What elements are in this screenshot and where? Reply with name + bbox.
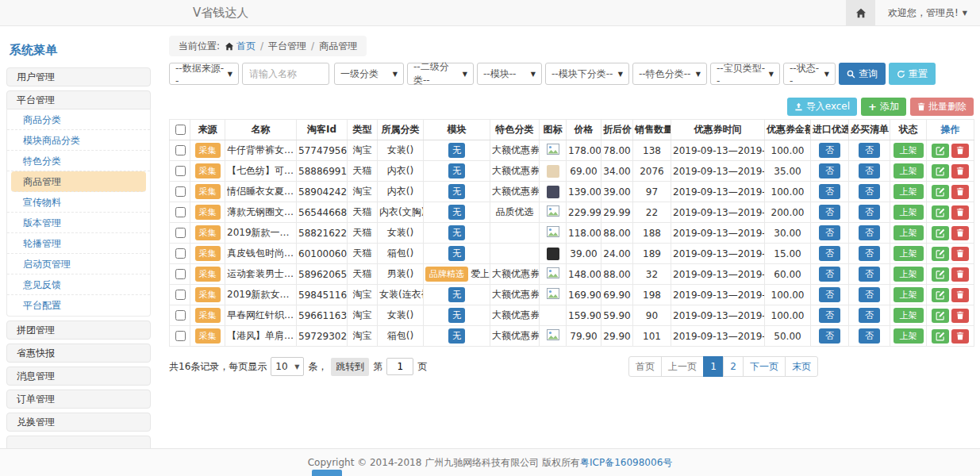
status-toggle[interactable]: 上架 <box>894 205 924 220</box>
page-1-button[interactable]: 1 <box>703 356 724 377</box>
status-toggle[interactable]: 上架 <box>894 246 924 261</box>
must-buy-toggle[interactable]: 否 <box>859 163 880 178</box>
filter-select-status[interactable]: --状态--▼ <box>783 63 836 85</box>
sidebar-item-order-mgmt[interactable]: 订单管理 <box>6 390 151 409</box>
must-buy-toggle[interactable]: 否 <box>859 287 880 302</box>
breadcrumb-home-link[interactable]: 首页 <box>225 40 256 53</box>
edit-button[interactable] <box>932 247 949 261</box>
import-select-toggle[interactable]: 否 <box>819 163 840 178</box>
delete-button[interactable] <box>951 226 969 240</box>
delete-button[interactable] <box>951 205 969 220</box>
row-checkbox[interactable] <box>175 186 186 197</box>
import-select-toggle[interactable]: 否 <box>819 267 840 282</box>
must-buy-toggle[interactable]: 否 <box>859 308 880 323</box>
row-checkbox[interactable] <box>175 331 186 341</box>
page-next-button[interactable]: 下一页 <box>743 356 786 377</box>
sidebar-item-message-mgmt[interactable]: 消息管理 <box>6 367 151 386</box>
sidebar-item-platform-mgmt[interactable]: 平台管理 <box>6 90 151 109</box>
import-select-toggle[interactable]: 否 <box>819 143 840 158</box>
select-all-checkbox[interactable] <box>175 125 186 135</box>
edit-button[interactable] <box>932 329 949 344</box>
sidebar-item-splash-mgmt[interactable]: 启动页管理 <box>7 254 150 274</box>
filter-select-item-type[interactable]: --宝贝类型--▼ <box>710 63 780 85</box>
sidebar-item-feedback[interactable]: 意见反馈 <box>7 274 150 295</box>
icp-link[interactable]: 粤ICP备16098006号 <box>580 456 672 470</box>
jump-button[interactable]: 跳转到 <box>331 358 369 376</box>
delete-button[interactable] <box>951 309 969 323</box>
edit-button[interactable] <box>932 185 949 199</box>
sidebar-item-version-mgmt[interactable]: 版本管理 <box>7 213 150 233</box>
delete-button[interactable] <box>951 144 969 158</box>
sidebar-item-goods-category[interactable]: 商品分类 <box>7 109 150 130</box>
edit-button[interactable] <box>932 164 949 178</box>
sidebar-item-feature-category[interactable]: 特色分类 <box>7 151 150 171</box>
status-toggle[interactable]: 上架 <box>894 328 924 344</box>
delete-button[interactable] <box>951 247 969 261</box>
must-buy-toggle[interactable]: 否 <box>859 184 880 199</box>
sidebar-item-goods-mgmt-active[interactable]: 商品管理 <box>11 171 146 192</box>
must-buy-toggle[interactable]: 否 <box>859 205 880 220</box>
filter-select-feature[interactable]: --特色分类--▼ <box>632 63 707 85</box>
page-2-button[interactable]: 2 <box>723 356 744 377</box>
add-button[interactable]: + 添加 <box>861 98 906 116</box>
row-checkbox[interactable] <box>175 207 186 217</box>
delete-button[interactable] <box>951 288 969 302</box>
sidebar-item-group-buy-mgmt[interactable]: 拼团管理 <box>6 321 151 340</box>
edit-button[interactable] <box>932 144 949 158</box>
sidebar-item-carousel-mgmt[interactable]: 轮播管理 <box>7 233 150 254</box>
import-excel-button[interactable]: 导入excel <box>787 98 857 116</box>
import-select-toggle[interactable]: 否 <box>819 287 840 302</box>
must-buy-toggle[interactable]: 否 <box>859 143 880 158</box>
edit-button[interactable] <box>932 267 949 282</box>
must-buy-toggle[interactable]: 否 <box>859 267 880 282</box>
delete-button[interactable] <box>951 164 969 178</box>
row-checkbox[interactable] <box>175 290 186 300</box>
edit-button[interactable] <box>932 309 949 323</box>
import-select-toggle[interactable]: 否 <box>819 328 840 344</box>
sidebar-item-user-mgmt[interactable]: 用户管理 <box>6 67 151 86</box>
sidebar-item-exchange-mgmt[interactable]: 兑换管理 <box>6 413 151 432</box>
status-toggle[interactable]: 上架 <box>894 225 924 240</box>
delete-button[interactable] <box>951 329 969 344</box>
filter-select-source[interactable]: --数据来源--▼ <box>169 63 239 85</box>
user-menu[interactable]: 欢迎您，管理员! ▼ <box>875 6 980 20</box>
sidebar-item-module-goods-category[interactable]: 模块商品分类 <box>7 130 150 151</box>
sidebar-item-platform-config[interactable]: 平台配置 <box>7 295 150 316</box>
search-button[interactable]: 查询 <box>839 63 886 85</box>
must-buy-toggle[interactable]: 否 <box>859 225 880 240</box>
page-last-button[interactable]: 末页 <box>785 356 818 377</box>
import-select-toggle[interactable]: 否 <box>819 205 840 220</box>
page-first-button[interactable]: 首页 <box>628 356 662 377</box>
status-toggle[interactable]: 上架 <box>894 184 924 199</box>
batch-delete-button[interactable]: 批量删除 <box>910 98 974 116</box>
filter-select-module[interactable]: --模块--▼ <box>477 63 542 85</box>
filter-select-category1[interactable]: 一级分类▼ <box>334 63 404 85</box>
row-checkbox[interactable] <box>175 228 186 238</box>
delete-button[interactable] <box>951 185 969 199</box>
row-checkbox[interactable] <box>175 248 186 259</box>
import-select-toggle[interactable]: 否 <box>819 246 840 261</box>
import-select-toggle[interactable]: 否 <box>819 184 840 199</box>
delete-button[interactable] <box>951 267 969 282</box>
name-search-input[interactable] <box>242 63 329 85</box>
import-select-toggle[interactable]: 否 <box>819 308 840 323</box>
per-page-select[interactable]: 10 ▼ <box>271 357 304 376</box>
sidebar-item-savings-news[interactable]: 省惠快报 <box>6 344 151 363</box>
row-checkbox[interactable] <box>175 145 186 155</box>
status-toggle[interactable]: 上架 <box>894 287 924 302</box>
jump-page-input[interactable] <box>386 358 413 375</box>
filter-select-module-sub[interactable]: --模块下分类--▼ <box>545 63 629 85</box>
edit-button[interactable] <box>932 205 949 220</box>
import-select-toggle[interactable]: 否 <box>819 225 840 240</box>
status-toggle[interactable]: 上架 <box>894 163 924 178</box>
status-toggle[interactable]: 上架 <box>894 143 924 158</box>
home-button[interactable] <box>846 0 875 25</box>
must-buy-toggle[interactable]: 否 <box>859 246 880 261</box>
must-buy-toggle[interactable]: 否 <box>859 328 880 344</box>
row-checkbox[interactable] <box>175 166 186 176</box>
row-checkbox[interactable] <box>175 310 186 321</box>
status-toggle[interactable]: 上架 <box>894 308 924 323</box>
reset-button[interactable]: 重置 <box>889 63 936 85</box>
sidebar-item-promo-material[interactable]: 宣传物料 <box>7 192 150 213</box>
edit-button[interactable] <box>932 288 949 302</box>
